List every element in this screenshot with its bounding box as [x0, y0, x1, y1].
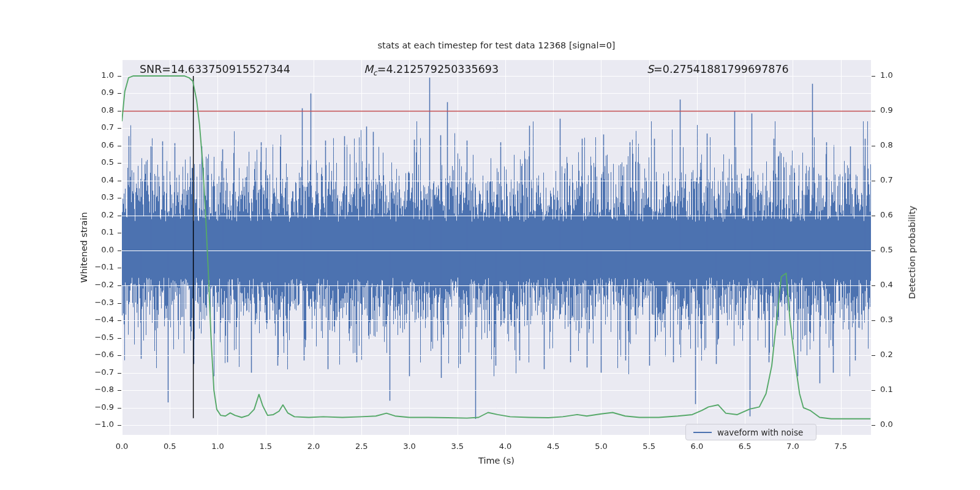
right-tick-label: 0.1 — [880, 385, 893, 394]
x-tick-label: 5.5 — [643, 442, 655, 451]
legend-label: waveform with noise — [717, 428, 803, 437]
x-tick-label: 2.0 — [307, 442, 320, 451]
x-tick-label: 5.0 — [595, 442, 608, 451]
annotation-chirp-mass: Mc=4.212579250335693 — [364, 63, 499, 77]
x-tick-label: 0.5 — [164, 442, 176, 451]
left-tick-label: 0.3 — [74, 192, 114, 202]
x-tick-label: 4.5 — [547, 442, 560, 451]
figure: stats at each timestep for test data 123… — [0, 0, 980, 490]
x-tick-label: 0.0 — [116, 442, 129, 451]
x-tick-label: 1.5 — [259, 442, 272, 451]
left-tick-label: −0.8 — [74, 385, 114, 394]
annotation-score: S=0.27541881799697876 — [647, 63, 789, 75]
right-tick-label: 0.4 — [880, 280, 893, 289]
chirp-mass-value: =4.212579250335693 — [377, 63, 499, 75]
score-value: =0.27541881799697876 — [654, 63, 789, 75]
left-tick-label: 1.0 — [74, 70, 114, 80]
x-tick-label: 7.0 — [786, 442, 799, 451]
chirp-mass-symbol: M — [364, 63, 373, 75]
chirp-mass-subscript: c — [373, 69, 377, 77]
left-tick-label: −0.7 — [74, 368, 114, 377]
left-tick-label: −0.6 — [74, 350, 114, 359]
legend-line-sample — [693, 432, 712, 433]
x-tick-label: 3.5 — [451, 442, 464, 451]
right-tick-label: 0.2 — [880, 350, 893, 359]
left-tick-label: 0.5 — [74, 157, 114, 167]
x-tick-label: 6.0 — [691, 442, 704, 451]
score-symbol: S — [647, 63, 654, 75]
right-tick-label: 0.3 — [880, 315, 893, 324]
right-tick-label: 0.5 — [880, 245, 893, 254]
right-tick-label: 0.6 — [880, 210, 893, 219]
right-tick-label: 1.0 — [880, 70, 893, 80]
x-tick-label: 1.0 — [211, 442, 224, 451]
left-tick-label: 0.6 — [74, 140, 114, 149]
chart-title: stats at each timestep for test data 123… — [122, 40, 871, 50]
left-axis-label: Whitened strain — [79, 212, 89, 282]
left-tick-label: −0.3 — [74, 298, 114, 307]
right-tick-label: 0.8 — [880, 140, 893, 149]
x-tick-label: 4.0 — [499, 442, 512, 451]
right-tick-label: 0.9 — [880, 105, 893, 115]
right-tick-label: 0.0 — [880, 420, 893, 429]
left-tick-label: 0.8 — [74, 105, 114, 115]
x-tick-label: 3.0 — [403, 442, 416, 451]
left-tick-label: 0.7 — [74, 123, 114, 132]
left-tick-label: −0.4 — [74, 315, 114, 324]
x-tick-label: 6.5 — [739, 442, 752, 451]
x-axis-label: Time (s) — [122, 456, 871, 466]
left-tick-label: 0.9 — [74, 88, 114, 97]
right-axis-label: Detection probability — [907, 206, 917, 299]
left-tick-label: −0.5 — [74, 333, 114, 342]
right-tick-label: 0.7 — [880, 175, 893, 184]
left-tick-label: 0.4 — [74, 175, 114, 184]
x-tick-label: 7.5 — [834, 442, 847, 451]
left-tick-label: −1.0 — [74, 420, 114, 429]
left-tick-label: −0.9 — [74, 402, 114, 412]
legend: waveform with noise — [685, 424, 816, 440]
annotation-snr: SNR=14.633750915527344 — [140, 63, 290, 75]
x-tick-label: 2.5 — [355, 442, 368, 451]
